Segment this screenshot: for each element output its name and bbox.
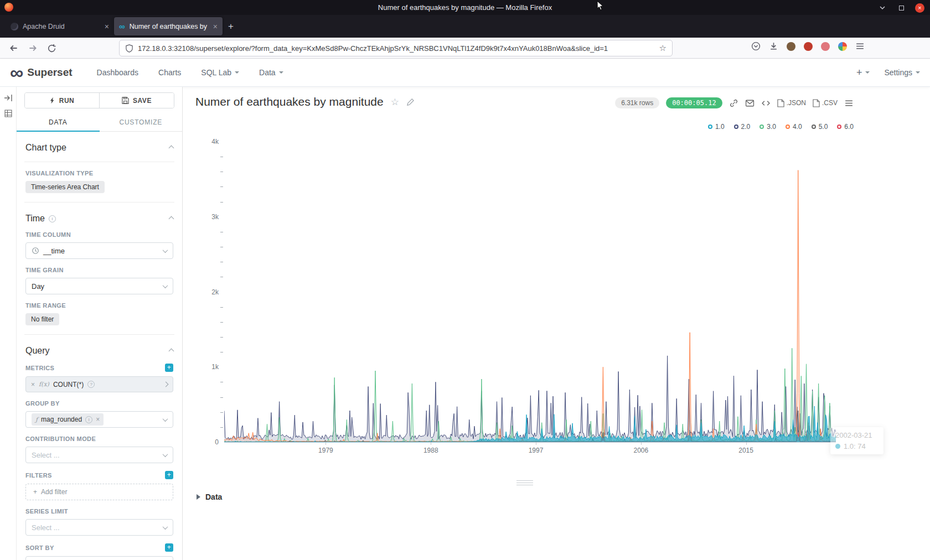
- copy-link-icon[interactable]: [729, 98, 738, 108]
- nav-dashboards[interactable]: Dashboards: [97, 68, 139, 77]
- remove-metric-icon[interactable]: ×: [31, 381, 35, 388]
- time-range-value[interactable]: No filter: [25, 313, 59, 325]
- file-icon: [813, 99, 820, 107]
- panel-tabs: DATA CUSTOMIZE: [17, 113, 182, 132]
- favorite-star-icon[interactable]: ☆: [391, 96, 399, 108]
- firefox-app-icon: [4, 3, 13, 12]
- tab-close-icon[interactable]: ×: [105, 22, 109, 31]
- legend-item-1.0[interactable]: 1.0: [708, 123, 725, 131]
- x-axis-label: 1988: [423, 447, 438, 454]
- edit-title-icon[interactable]: [406, 98, 415, 106]
- remove-column-icon[interactable]: ×: [96, 416, 100, 423]
- fx-icon: f(x): [39, 381, 49, 388]
- chevron-down-icon: [916, 71, 920, 74]
- series-dot: [835, 444, 840, 449]
- export-json-button[interactable]: .JSON: [777, 99, 806, 107]
- y-axis-minor-tick: [220, 202, 223, 203]
- chart-plot-area[interactable]: 2002-03-21 1.0: 74 01k2k3k4k197919881997…: [224, 142, 836, 442]
- extension-icon[interactable]: [838, 42, 847, 51]
- new-item-button[interactable]: +: [856, 67, 870, 79]
- query-timer-badge: 00:00:05.12: [666, 97, 722, 108]
- close-button[interactable]: ×: [915, 3, 924, 13]
- sort-by-label: SORT BY +: [25, 543, 173, 552]
- group-by-select[interactable]: ƒ mag_rounded i ×: [25, 411, 173, 428]
- extension-icon[interactable]: [804, 42, 813, 51]
- series-limit-select[interactable]: Select ...: [25, 519, 173, 536]
- legend-item-6.0[interactable]: 6.0: [837, 123, 854, 131]
- legend-item-2.0[interactable]: 2.0: [734, 123, 751, 131]
- info-icon: i: [85, 416, 92, 423]
- timeseries-area-chart[interactable]: [224, 142, 836, 442]
- downloads-icon[interactable]: [769, 42, 778, 51]
- email-icon[interactable]: [745, 98, 755, 108]
- section-chart-type[interactable]: Chart type: [25, 143, 173, 153]
- bookmark-star-icon[interactable]: ☆: [659, 43, 666, 53]
- save-button[interactable]: SAVE: [100, 93, 174, 108]
- tab-close-icon[interactable]: ×: [213, 22, 218, 31]
- forward-button[interactable]: [27, 42, 39, 54]
- section-time[interactable]: Timei: [25, 214, 173, 224]
- panel-resize-handle[interactable]: [516, 479, 533, 485]
- help-icon: ?: [87, 381, 95, 388]
- superset-header: ∞ Superset Dashboards Charts SQL Lab Dat…: [0, 59, 930, 87]
- legend-item-4.0[interactable]: 4.0: [786, 123, 802, 131]
- tab-apache-druid[interactable]: Apache Druid ×: [6, 17, 114, 35]
- export-csv-button[interactable]: .CSV: [813, 99, 838, 107]
- window-title: Numer of earthquakes by magnitude — Mozi…: [378, 3, 552, 12]
- firefox-menu-icon[interactable]: [855, 42, 865, 51]
- viz-type-value[interactable]: Time-series Area Chart: [25, 181, 105, 193]
- legend-label: 1.0: [715, 123, 725, 131]
- brand-name: Superset: [27, 66, 72, 79]
- extension-icon[interactable]: [787, 42, 795, 51]
- group-by-pill[interactable]: ƒ mag_rounded i ×: [32, 413, 104, 426]
- new-tab-button[interactable]: +: [228, 21, 234, 32]
- legend-marker: [812, 125, 816, 129]
- tab-earthquakes[interactable]: ∞ Numer of earthquakes by magnitude ×: [114, 17, 223, 35]
- nav-sql-lab[interactable]: SQL Lab: [201, 68, 239, 77]
- druid-favicon: [11, 23, 18, 30]
- run-button[interactable]: RUN: [25, 93, 100, 108]
- section-query[interactable]: Query: [25, 346, 173, 356]
- contribution-mode-select[interactable]: Select ...: [25, 447, 173, 463]
- nav-data[interactable]: Data: [259, 68, 283, 77]
- superset-favicon: ∞: [119, 23, 125, 30]
- nav-charts[interactable]: Charts: [158, 68, 181, 77]
- expand-datasource-icon[interactable]: [4, 94, 16, 102]
- settings-menu[interactable]: Settings: [884, 68, 920, 77]
- legend-item-5.0[interactable]: 5.0: [812, 123, 828, 131]
- filters-label: FILTERS +: [25, 471, 173, 479]
- add-filter-button[interactable]: + Add filter: [25, 484, 173, 500]
- add-filter-plus-button[interactable]: +: [165, 471, 173, 479]
- legend-item-3.0[interactable]: 3.0: [760, 123, 776, 131]
- chart-menu-icon[interactable]: [844, 98, 854, 108]
- x-axis-tick: [326, 442, 326, 445]
- superset-logo[interactable]: ∞ Superset: [10, 64, 73, 81]
- extension-icon[interactable]: [821, 42, 830, 51]
- dataset-grid-icon[interactable]: [4, 109, 16, 118]
- legend-label: 2.0: [741, 123, 751, 131]
- add-sort-button[interactable]: +: [165, 543, 173, 552]
- y-axis-label: 4k: [197, 138, 219, 146]
- tab-customize[interactable]: CUSTOMIZE: [100, 113, 183, 131]
- reload-button[interactable]: [45, 42, 58, 54]
- sort-by-select[interactable]: Select ...: [25, 556, 173, 560]
- url-bar[interactable]: 172.18.0.3:32108/superset/explore/?form_…: [119, 40, 673, 56]
- legend-label: 6.0: [844, 123, 854, 131]
- y-axis-minor-tick: [220, 337, 223, 338]
- shield-icon[interactable]: [125, 44, 133, 53]
- back-button[interactable]: [8, 42, 20, 54]
- metric-item[interactable]: × f(x) COUNT(*) ?: [25, 376, 173, 392]
- legend-label: 3.0: [767, 123, 776, 131]
- add-metric-button[interactable]: +: [165, 364, 173, 372]
- control-panel: RUN SAVE DATA CUSTOMIZE Chart type VISUA…: [17, 87, 183, 560]
- data-panel-toggle[interactable]: Data: [197, 492, 222, 501]
- time-column-select[interactable]: __time: [25, 242, 173, 259]
- tab-data[interactable]: DATA: [17, 113, 100, 131]
- maximize-button[interactable]: [896, 3, 906, 13]
- time-grain-select[interactable]: Day: [25, 278, 173, 294]
- pocket-icon[interactable]: [751, 42, 761, 51]
- minimize-button[interactable]: [877, 3, 887, 13]
- x-axis-label: 1979: [318, 447, 333, 454]
- embed-code-icon[interactable]: [761, 98, 771, 108]
- chevron-down-icon: [865, 71, 870, 74]
